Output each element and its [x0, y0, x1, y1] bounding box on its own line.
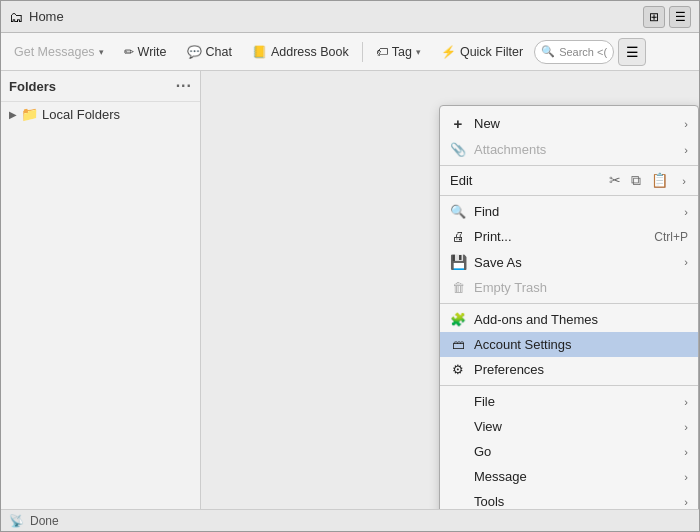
statusbar-signal-icon: 📡: [9, 514, 24, 528]
menu-item-print[interactable]: 🖨 Print... Ctrl+P: [440, 224, 698, 249]
edit-label: Edit: [450, 173, 601, 188]
menu-tools-label: Tools: [474, 494, 504, 509]
titlebar-left: 🗂 Home: [9, 9, 64, 25]
menu-item-view[interactable]: View ›: [440, 414, 698, 439]
local-folders-label: Local Folders: [42, 107, 120, 122]
menu-sep-4: [440, 385, 698, 386]
menu-find-label: Find: [474, 204, 499, 219]
menu-item-save-as[interactable]: 💾 Save As ›: [440, 249, 698, 275]
main-window: 🗂 Home ⊞ ☰ Get Messages ▾ ✏ Write 💬 Chat…: [0, 0, 700, 532]
tag-arrow: ▾: [416, 47, 421, 57]
save-as-chevron: ›: [684, 256, 688, 268]
titlebar-menu-btn[interactable]: ☰: [669, 6, 691, 28]
filter-icon: ⚡: [441, 45, 456, 59]
titlebar-title: Home: [29, 9, 64, 24]
menu-go-label: Go: [474, 444, 491, 459]
edit-icons: ✂ ⧉ 📋: [609, 172, 668, 189]
menu-new-label: New: [474, 116, 500, 131]
toolbar: Get Messages ▾ ✏ Write 💬 Chat 📒 Address …: [1, 33, 699, 71]
find-icon: 🔍: [450, 204, 466, 219]
tag-label: Tag: [392, 45, 412, 59]
address-book-button[interactable]: 📒 Address Book: [243, 38, 358, 66]
chat-icon: 💬: [187, 45, 202, 59]
paste-icon: 📋: [651, 172, 668, 189]
address-book-icon: 📒: [252, 45, 267, 59]
cut-icon: ✂: [609, 172, 621, 189]
sidebar-more-button[interactable]: ···: [176, 77, 192, 95]
tools-chevron: ›: [684, 496, 688, 508]
file-chevron: ›: [684, 396, 688, 408]
sidebar-title: Folders: [9, 79, 56, 94]
menu-save-as-label: Save As: [474, 255, 522, 270]
print-icon: 🖨: [450, 229, 466, 244]
save-as-icon: 💾: [450, 254, 466, 270]
menu-item-edit[interactable]: Edit ✂ ⧉ 📋 ›: [440, 169, 698, 192]
menu-attachments-label: Attachments: [474, 142, 546, 157]
menu-item-preferences[interactable]: ⚙ Preferences: [440, 357, 698, 382]
new-chevron: ›: [684, 118, 688, 130]
statusbar: 📡 Done: [1, 509, 699, 531]
statusbar-text: Done: [30, 514, 59, 528]
titlebar: 🗂 Home ⊞ ☰: [1, 1, 699, 33]
tag-button[interactable]: 🏷 Tag ▾: [367, 38, 430, 66]
sidebar: Folders ··· ▶ 📁 Local Folders: [1, 71, 201, 509]
menu-item-tools[interactable]: Tools ›: [440, 489, 698, 509]
chat-button[interactable]: 💬 Chat: [178, 38, 241, 66]
local-folders-icon: 📁: [21, 106, 38, 122]
dropdown-menu: + New › 📎 Attachments › Edit ✂ ⧉ 📋 ›: [439, 105, 699, 509]
titlebar-grid-btn[interactable]: ⊞: [643, 6, 665, 28]
menu-addons-label: Add-ons and Themes: [474, 312, 598, 327]
get-messages-label: Get Messages: [14, 45, 95, 59]
search-placeholder: Search <(: [559, 46, 607, 58]
preferences-icon: ⚙: [450, 362, 466, 377]
get-messages-button[interactable]: Get Messages ▾: [5, 38, 113, 66]
menu-preferences-label: Preferences: [474, 362, 544, 377]
menu-item-attachments[interactable]: 📎 Attachments ›: [440, 137, 698, 162]
titlebar-right: ⊞ ☰: [643, 6, 691, 28]
menu-item-account-settings[interactable]: 🗃 Account Settings: [440, 332, 698, 357]
attachments-chevron: ›: [684, 144, 688, 156]
menu-file-label: File: [474, 394, 495, 409]
account-settings-icon: 🗃: [450, 337, 466, 352]
write-icon: ✏: [124, 45, 134, 59]
search-icon: 🔍: [541, 45, 555, 58]
edit-chevron: ›: [682, 175, 686, 187]
get-messages-arrow: ▾: [99, 47, 104, 57]
expand-arrow-icon: ▶: [9, 109, 17, 120]
menu-account-settings-label: Account Settings: [474, 337, 572, 352]
toolbar-separator-1: [362, 42, 363, 62]
menu-sep-3: [440, 303, 698, 304]
hamburger-icon: ☰: [626, 45, 639, 59]
quick-filter-button[interactable]: ⚡ Quick Filter: [432, 38, 532, 66]
menu-sep-2: [440, 195, 698, 196]
menu-view-label: View: [474, 419, 502, 434]
message-chevron: ›: [684, 471, 688, 483]
menu-sep-1: [440, 165, 698, 166]
addons-icon: 🧩: [450, 312, 466, 327]
menu-item-find[interactable]: 🔍 Find ›: [440, 199, 698, 224]
menu-item-go[interactable]: Go ›: [440, 439, 698, 464]
sidebar-item-local-folders[interactable]: ▶ 📁 Local Folders: [1, 102, 200, 126]
main-content: Folders ··· ▶ 📁 Local Folders + New › 📎 …: [1, 71, 699, 509]
copy-icon: ⧉: [631, 172, 641, 189]
chat-label: Chat: [206, 45, 232, 59]
menu-item-message[interactable]: Message ›: [440, 464, 698, 489]
menu-item-addons[interactable]: 🧩 Add-ons and Themes: [440, 307, 698, 332]
find-chevron: ›: [684, 206, 688, 218]
new-icon: +: [450, 115, 466, 132]
menu-item-empty-trash[interactable]: 🗑 Empty Trash: [440, 275, 698, 300]
attachments-icon: 📎: [450, 142, 466, 157]
quick-filter-label: Quick Filter: [460, 45, 523, 59]
empty-trash-icon: 🗑: [450, 280, 466, 295]
menu-item-file[interactable]: File ›: [440, 389, 698, 414]
menu-print-label: Print...: [474, 229, 512, 244]
hamburger-button[interactable]: ☰: [618, 38, 646, 66]
menu-item-new[interactable]: + New ›: [440, 110, 698, 137]
menu-empty-trash-label: Empty Trash: [474, 280, 547, 295]
tag-icon: 🏷: [376, 45, 388, 59]
address-book-label: Address Book: [271, 45, 349, 59]
write-label: Write: [138, 45, 167, 59]
search-box[interactable]: 🔍 Search <(: [534, 40, 614, 64]
write-button[interactable]: ✏ Write: [115, 38, 176, 66]
view-chevron: ›: [684, 421, 688, 433]
